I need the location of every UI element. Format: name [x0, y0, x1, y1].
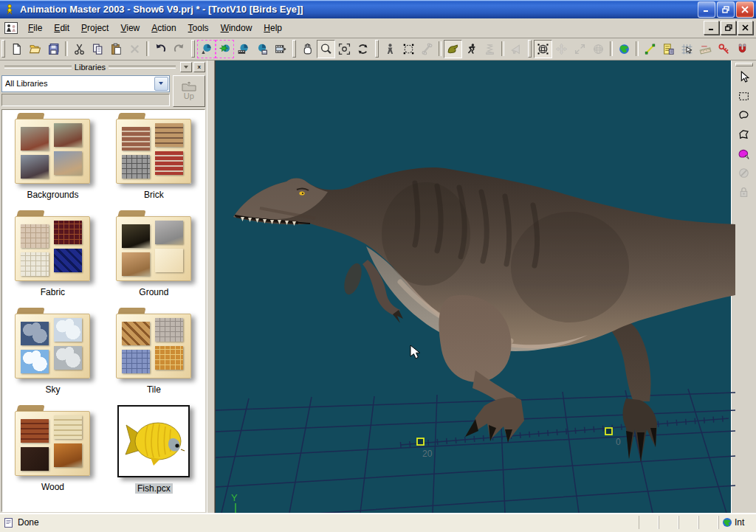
menu-project[interactable]: Project — [75, 21, 114, 35]
polygon-lasso-icon[interactable] — [734, 125, 755, 145]
lasso-icon[interactable] — [734, 106, 755, 125]
toolbar-grip[interactable] — [528, 40, 532, 58]
paste-icon[interactable] — [107, 40, 126, 58]
keyframe-marker-20[interactable]: 20 — [417, 438, 433, 459]
skeletal-run-icon[interactable] — [462, 40, 481, 58]
menu-view[interactable]: View — [114, 21, 145, 35]
toolbar-band-library — [190, 38, 291, 59]
texture-thumbnail — [155, 151, 183, 175]
svg-text:Y: Y — [231, 492, 238, 503]
path-icon[interactable] — [641, 40, 659, 58]
texture-thumbnail — [155, 318, 183, 342]
library-item-wood[interactable]: Wood — [2, 405, 103, 502]
library-action-icon[interactable] — [216, 40, 234, 58]
texture-thumbnail — [54, 151, 82, 175]
library-item-label: Fish.pcx — [135, 483, 173, 494]
menu-tools[interactable]: Tools — [182, 21, 215, 35]
lock-icon — [734, 183, 755, 202]
save-all-icon[interactable] — [44, 40, 63, 58]
library-select[interactable]: All Libraries — [1, 75, 170, 92]
texture-thumbnail — [122, 155, 150, 179]
mouse-cursor — [410, 345, 421, 362]
globe-wire-icon — [589, 40, 608, 58]
toolbar-grip[interactable] — [375, 40, 379, 58]
undo-icon[interactable] — [151, 40, 170, 58]
texture-thumbnail — [21, 127, 49, 151]
toolbar-band-standard — [0, 38, 190, 59]
menu-file[interactable]: File — [22, 21, 48, 35]
folder-icon — [15, 405, 90, 476]
menu-window[interactable]: Window — [215, 21, 258, 35]
library-model-icon[interactable] — [197, 40, 216, 58]
pointer-icon[interactable] — [734, 68, 755, 87]
texture-thumbnail — [21, 155, 49, 179]
library-item-brick[interactable]: Brick — [103, 113, 205, 210]
toolbar-grip[interactable] — [1, 40, 5, 58]
frame-list-icon[interactable] — [659, 40, 678, 58]
model-points-icon[interactable] — [399, 40, 418, 58]
viewport-birds-eye[interactable]: 20 0 — [215, 61, 732, 513]
texture-thumbnail — [54, 318, 82, 342]
library-item-sky[interactable]: Sky — [2, 308, 103, 405]
copy-icon[interactable] — [89, 40, 107, 58]
library-item-backgrounds[interactable]: Backgrounds — [2, 113, 103, 210]
folder-icon — [15, 308, 90, 379]
child-close-button[interactable] — [738, 21, 753, 35]
muscle-icon[interactable] — [444, 40, 462, 58]
status-bar: Done Int — [0, 513, 756, 532]
ruler-icon[interactable] — [696, 40, 715, 58]
toolbar-separator — [146, 41, 149, 56]
toolbar-grip[interactable] — [292, 40, 296, 58]
grid-cursor-icon[interactable] — [678, 40, 696, 58]
child-restore-button[interactable] — [721, 21, 736, 35]
texture-thumbnail — [21, 447, 49, 471]
trex-model[interactable] — [233, 167, 735, 462]
menu-edit[interactable]: Edit — [48, 21, 75, 35]
menu-help[interactable]: Help — [258, 21, 288, 35]
library-item-fabric[interactable]: Fabric — [2, 210, 103, 308]
texture-thumbnail — [122, 252, 150, 276]
open-folder-icon[interactable] — [26, 40, 44, 58]
bound-sphere-icon[interactable] — [534, 40, 552, 58]
cut-icon[interactable] — [70, 40, 89, 58]
panel-menu-button[interactable] — [180, 62, 192, 72]
up-button-label: Up — [184, 91, 194, 100]
toolbar-grip[interactable] — [191, 40, 195, 58]
close-button[interactable] — [736, 1, 754, 18]
key-icon[interactable] — [715, 40, 733, 58]
restore-button[interactable] — [717, 1, 735, 18]
texture-thumbnail — [122, 322, 150, 345]
magnet-icon[interactable] — [733, 40, 752, 58]
turn-icon[interactable] — [354, 40, 372, 58]
filmstrip-icon[interactable] — [271, 40, 289, 58]
new-file-icon[interactable] — [7, 40, 26, 58]
library-device-icon[interactable] — [252, 40, 271, 58]
menu-action[interactable]: Action — [145, 21, 182, 35]
mirror-face-icon[interactable] — [752, 40, 756, 58]
panel-splitter[interactable] — [207, 61, 215, 513]
earth-icon[interactable] — [615, 40, 633, 58]
chevron-down-icon[interactable] — [154, 77, 168, 91]
zoom-icon[interactable] — [317, 40, 335, 58]
library-item-ground[interactable]: Ground — [103, 210, 205, 308]
application-window: Animation Master 2003 - Show6 V9.prj * -… — [0, 0, 756, 532]
pan-hand-icon[interactable] — [298, 40, 317, 58]
toolbar-grip[interactable] — [735, 63, 753, 66]
panel-close-button[interactable]: x — [193, 62, 205, 72]
library-item-fish-pcx[interactable]: Fish.pcx — [103, 405, 205, 502]
library-motion-icon[interactable] — [234, 40, 252, 58]
rect-select-icon[interactable] — [734, 87, 755, 106]
toolbar-separator — [65, 41, 68, 56]
minimize-button[interactable] — [698, 1, 715, 18]
library-item-tile[interactable]: Tile — [103, 308, 205, 405]
status-pane — [639, 516, 659, 529]
child-minimize-button[interactable] — [704, 21, 719, 35]
texture-thumbnail — [21, 224, 49, 248]
zoom-fit-icon[interactable] — [335, 40, 354, 58]
group-icon[interactable] — [734, 145, 755, 164]
figure-icon[interactable] — [381, 40, 399, 58]
child-window-icon — [4, 21, 19, 35]
document-status-icon — [4, 517, 14, 528]
texture-thumbnail — [21, 350, 49, 373]
chevron-down-icon — [184, 66, 188, 69]
